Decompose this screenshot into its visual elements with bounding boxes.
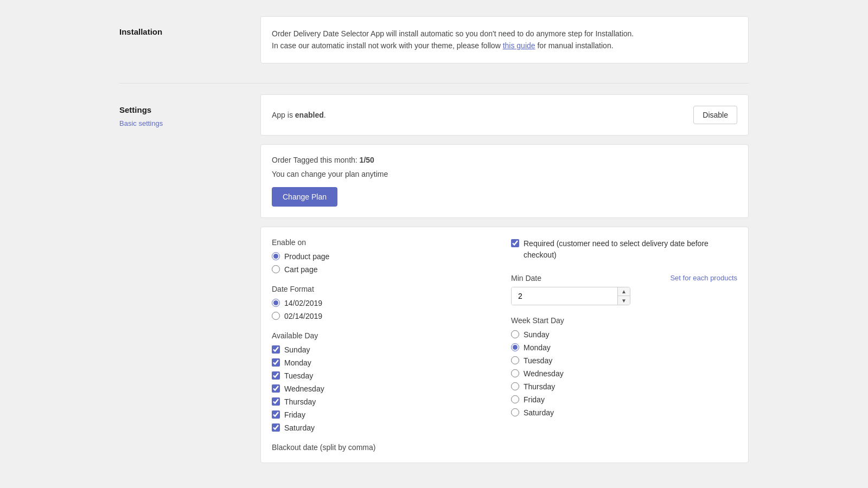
day-tuesday[interactable]: Tuesday — [272, 371, 498, 380]
week-monday[interactable]: Monday — [511, 343, 737, 352]
basic-settings-card: Enable on Product page Cart page — [260, 227, 749, 463]
sunday-checkbox[interactable] — [272, 345, 280, 354]
date-format-1-option[interactable]: 14/02/2019 — [272, 299, 498, 307]
week-sunday[interactable]: Sunday — [511, 330, 737, 339]
day-sunday[interactable]: Sunday — [272, 345, 498, 354]
installation-label: Installation — [119, 27, 250, 36]
min-date-spinner[interactable]: ▲ ▼ — [511, 287, 630, 305]
week-thursday[interactable]: Thursday — [511, 382, 737, 391]
week-start-day-group: Week Start Day Sunday Monday — [511, 316, 737, 417]
required-group: Required (customer need to select delive… — [511, 238, 737, 261]
day-wednesday[interactable]: Wednesday — [272, 384, 498, 393]
spinner-down-button[interactable]: ▼ — [618, 296, 630, 305]
enable-on-group: Enable on Product page Cart page — [272, 238, 498, 274]
change-plan-hint: You can change your plan anytime — [272, 170, 737, 178]
week-thursday-radio[interactable] — [511, 382, 519, 390]
installation-text-line2: In case our automatic install not work w… — [272, 41, 503, 50]
product-page-option[interactable]: Product page — [272, 252, 498, 261]
week-wednesday-radio[interactable] — [511, 369, 519, 377]
order-tagged-text: Order Tagged this month: 1/50 — [272, 156, 737, 164]
set-each-products-link[interactable]: Set for each products — [670, 274, 737, 282]
week-start-day-label: Week Start Day — [511, 316, 737, 325]
blackout-date-hint: Blackout date (split by comma) — [272, 443, 498, 452]
week-friday-radio[interactable] — [511, 395, 519, 403]
installation-card: Order Delivery Date Selector App will in… — [260, 16, 749, 63]
date-format-1-radio[interactable] — [272, 299, 280, 307]
installation-description: Order Delivery Date Selector App will in… — [272, 28, 737, 52]
week-sunday-radio[interactable] — [511, 330, 519, 338]
installation-text-line1: Order Delivery Date Selector App will in… — [272, 29, 634, 38]
week-monday-radio[interactable] — [511, 343, 519, 351]
settings-label: Settings — [119, 105, 250, 114]
date-format-label: Date Format — [272, 285, 498, 293]
date-format-group: Date Format 14/02/2019 02/14/2019 — [272, 285, 498, 320]
required-label: Required (customer need to select delive… — [524, 238, 737, 261]
available-day-group: Available Day Sunday Monday — [272, 331, 498, 432]
week-saturday-radio[interactable] — [511, 408, 519, 416]
cart-page-label: Cart page — [284, 265, 317, 274]
week-friday[interactable]: Friday — [511, 395, 737, 404]
basic-settings-link[interactable]: Basic settings — [119, 119, 163, 127]
product-page-radio[interactable] — [272, 252, 280, 260]
spinner-up-button[interactable]: ▲ — [618, 287, 630, 297]
min-date-input[interactable] — [512, 287, 617, 305]
date-format-1-label: 14/02/2019 — [284, 299, 322, 307]
wednesday-checkbox[interactable] — [272, 384, 280, 393]
installation-text-line3: for manual installation. — [535, 41, 614, 50]
friday-checkbox[interactable] — [272, 410, 280, 419]
spinner-controls: ▲ ▼ — [617, 287, 630, 305]
product-page-label: Product page — [284, 252, 329, 261]
thursday-checkbox[interactable] — [272, 397, 280, 406]
week-saturday[interactable]: Saturday — [511, 408, 737, 417]
monday-checkbox[interactable] — [272, 358, 280, 367]
day-friday[interactable]: Friday — [272, 410, 498, 419]
date-format-2-radio[interactable] — [272, 312, 280, 320]
date-format-2-label: 02/14/2019 — [284, 312, 322, 320]
day-thursday[interactable]: Thursday — [272, 397, 498, 406]
week-wednesday[interactable]: Wednesday — [511, 369, 737, 378]
min-date-group: Min Date Set for each products ▲ ▼ — [511, 274, 737, 305]
required-checkbox[interactable] — [511, 239, 519, 247]
this-guide-link[interactable]: this guide — [503, 41, 535, 50]
disable-button[interactable]: Disable — [693, 106, 737, 124]
day-saturday[interactable]: Saturday — [272, 423, 498, 432]
app-status-card: App is enabled. Disable — [260, 94, 749, 136]
date-format-2-option[interactable]: 02/14/2019 — [272, 312, 498, 320]
cart-page-option[interactable]: Cart page — [272, 265, 498, 274]
day-monday[interactable]: Monday — [272, 358, 498, 367]
enable-on-label: Enable on — [272, 238, 498, 247]
cart-page-radio[interactable] — [272, 265, 280, 273]
available-day-label: Available Day — [272, 331, 498, 340]
min-date-label: Min Date — [511, 274, 541, 282]
tuesday-checkbox[interactable] — [272, 371, 280, 380]
app-status-text: App is enabled. — [272, 111, 326, 119]
week-tuesday-radio[interactable] — [511, 356, 519, 364]
order-tagged-card: Order Tagged this month: 1/50 You can ch… — [260, 144, 749, 218]
saturday-checkbox[interactable] — [272, 423, 280, 432]
change-plan-button[interactable]: Change Plan — [272, 187, 337, 207]
week-tuesday[interactable]: Tuesday — [511, 356, 737, 365]
